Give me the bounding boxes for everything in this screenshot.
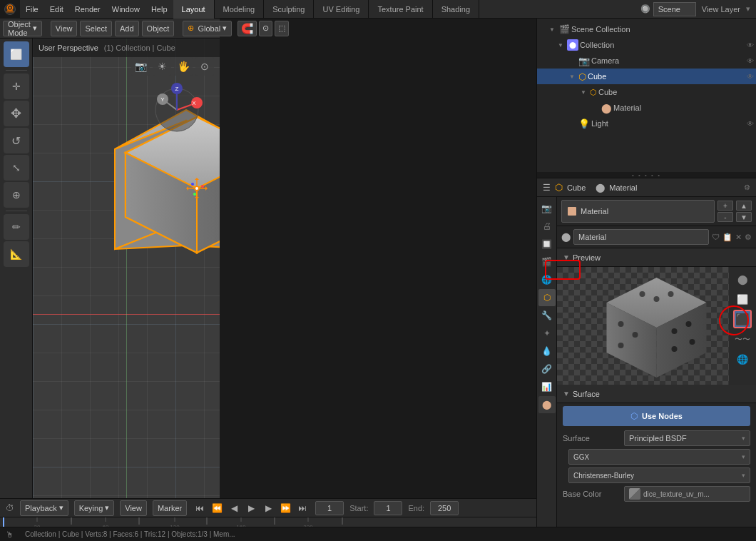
add-material-slot-btn[interactable]: + — [717, 201, 733, 211]
scene-selector[interactable] — [653, 2, 696, 16]
measure-tool-btn[interactable]: 📐 — [4, 241, 29, 267]
transform-tool-btn[interactable]: ⊕ — [4, 182, 29, 208]
material-slot-item[interactable]: Material — [561, 200, 715, 223]
cube-arrow[interactable]: ▼ — [567, 71, 577, 81]
proportional-edit-btn[interactable]: ⊙ — [259, 21, 272, 36]
material-assign-btn[interactable]: ▲ — [736, 201, 752, 211]
preview-section-header[interactable]: ▼ Preview — [557, 248, 756, 267]
tab-texture-paint[interactable]: Texture Paint — [369, 0, 432, 19]
preview-plane-btn[interactable]: ⬜ — [733, 290, 752, 308]
next-frame-btn[interactable]: ▶ — [261, 501, 275, 515]
tab-shading[interactable]: Shading — [433, 0, 479, 19]
object-tab[interactable]: ⬡ — [538, 289, 556, 306]
material-options-icon[interactable]: ⚙ — [745, 233, 752, 242]
preview-hair-btn[interactable]: 〜〜 — [733, 330, 752, 348]
view-btn[interactable]: View — [51, 21, 78, 36]
menu-edit[interactable]: Edit — [44, 0, 69, 19]
overlay-options-btn[interactable]: ⬚ — [275, 21, 289, 36]
menu-window[interactable]: Window — [106, 0, 145, 19]
preview-sphere-btn[interactable]: ⬤ — [733, 270, 752, 288]
modifier-tab[interactable]: 🔧 — [538, 307, 556, 324]
preview-cube-btn[interactable]: ⬛ — [733, 310, 752, 328]
collection-visibility-icon[interactable]: 👁 — [745, 39, 756, 51]
snap-btn[interactable]: 🧲 — [237, 21, 257, 36]
light-visibility-icon[interactable]: 👁 — [745, 118, 756, 129]
menu-file[interactable]: File — [20, 0, 44, 19]
select-tool-btn[interactable]: ⬜ — [4, 41, 29, 67]
move-tool-btn[interactable]: ✥ — [4, 101, 29, 126]
select-btn[interactable]: Select — [80, 21, 112, 36]
material-name-field[interactable]: Material — [573, 229, 709, 245]
material-row[interactable]: ▶ ⬤ Material — [537, 100, 756, 116]
scene-tab[interactable]: 🎬 — [538, 253, 556, 270]
marker-btn[interactable]: Marker — [153, 500, 187, 516]
object-mode-btn[interactable]: Object Mode ▾ — [3, 21, 42, 36]
playback-btn[interactable]: Playback ▾ — [20, 500, 68, 516]
constraints-tab[interactable]: 🔗 — [538, 360, 556, 378]
cube-sub-row[interactable]: ▼ ⬡ Cube — [537, 84, 756, 100]
prev-keyframe-btn[interactable]: ⏪ — [210, 501, 224, 515]
prop-settings-icon[interactable]: ⚙ — [744, 183, 750, 191]
jump-start-btn[interactable]: ⏮ — [193, 501, 207, 515]
play-btn[interactable]: ▶ — [244, 501, 258, 515]
object-btn[interactable]: Object — [142, 21, 175, 36]
camera-row[interactable]: ▶ 📷 Camera 👁 — [537, 53, 756, 69]
tab-modeling[interactable]: Modeling — [215, 0, 265, 19]
tab-sculpting[interactable]: Sculpting — [264, 0, 314, 19]
light-row[interactable]: ▶ 💡 Light 👁 — [537, 116, 756, 131]
data-tab[interactable]: 📊 — [538, 378, 556, 395]
preview-world-btn[interactable]: 🌐 — [733, 350, 752, 368]
camera-visibility-icon[interactable]: 👁 — [745, 55, 756, 66]
cursor-snap-btn[interactable]: ⊙ — [195, 57, 214, 76]
add-btn[interactable]: Add — [115, 21, 139, 36]
scene-collection-row[interactable]: ▼ 🎬 Scene Collection — [537, 21, 756, 37]
base-color-texture-field[interactable]: dice_texture_uv_m... — [624, 486, 750, 502]
material-copy-icon[interactable]: 📋 — [722, 233, 732, 242]
collection-arrow[interactable]: ▼ — [556, 40, 566, 50]
keying-btn[interactable]: Keying ▾ — [74, 500, 115, 516]
surface-value-dropdown[interactable]: Principled BSDF ▾ — [624, 430, 750, 446]
scale-tool-btn[interactable]: ⤡ — [4, 155, 29, 181]
blender-logo[interactable] — [0, 0, 20, 19]
viewport-gizmo[interactable]: X Y Z — [148, 81, 205, 138]
material-unlink-icon[interactable]: ✕ — [735, 233, 742, 242]
rotate-tool-btn[interactable]: ↺ — [4, 128, 29, 153]
surface-section-header[interactable]: ▼ Surface — [557, 385, 756, 403]
prev-frame-btn[interactable]: ◀ — [227, 501, 241, 515]
3d-viewport[interactable]: User Perspective (1) Collection | Cube 📷… — [33, 39, 220, 498]
render-tab[interactable]: 📷 — [538, 200, 556, 217]
collection-row[interactable]: ▼ ⬤ Collection 👁 — [537, 37, 756, 53]
particles-tab[interactable]: ✦ — [538, 325, 556, 342]
camera-icon-btn[interactable]: 📷 — [131, 57, 150, 76]
subsurface-method-dropdown[interactable]: Christensen-Burley ▾ — [568, 467, 750, 483]
remove-material-slot-btn[interactable]: - — [717, 212, 733, 222]
view-layer-dropdown-icon[interactable]: ▾ — [746, 4, 750, 14]
cube-visibility-icon[interactable]: 👁 — [745, 71, 756, 82]
current-frame-input[interactable] — [315, 501, 344, 515]
physics-tab[interactable]: 💧 — [538, 343, 556, 360]
material-tab[interactable]: ⬤ — [538, 396, 556, 413]
transform-btn[interactable]: ⊕ Global ▾ — [183, 21, 232, 36]
tab-uv-editing[interactable]: UV Editing — [314, 0, 369, 19]
cube-sub-arrow[interactable]: ▼ — [578, 87, 588, 97]
panel-separator[interactable]: • • • • • — [537, 172, 756, 178]
menu-render[interactable]: Render — [69, 0, 106, 19]
cursor-tool-btn[interactable]: ✛ — [4, 74, 29, 99]
view-timeline-btn[interactable]: View — [120, 500, 147, 516]
material-select-btn[interactable]: ▼ — [736, 212, 752, 222]
menu-help[interactable]: Help — [145, 0, 173, 19]
output-tab[interactable]: 🖨 — [538, 218, 556, 235]
preview-canvas[interactable] — [557, 267, 756, 385]
start-frame-input[interactable] — [374, 501, 402, 515]
distribution-dropdown[interactable]: GGX ▾ — [568, 449, 750, 465]
tab-layout[interactable]: Layout — [173, 0, 215, 19]
cube-row[interactable]: ▼ ⬡ Cube 👁 — [537, 69, 756, 84]
world-tab[interactable]: 🌐 — [538, 271, 556, 288]
view-layer-tab[interactable]: 🔲 — [538, 236, 556, 253]
scene-collection-arrow[interactable]: ▼ — [547, 24, 557, 34]
material-shield-icon[interactable]: 🛡 — [712, 233, 720, 241]
annotate-tool-btn[interactable]: ✏ — [4, 214, 29, 240]
next-keyframe-btn[interactable]: ⏩ — [278, 501, 292, 515]
hand-icon-btn[interactable]: 🖐 — [174, 57, 193, 76]
properties-menu-icon[interactable]: ☰ — [543, 183, 551, 193]
